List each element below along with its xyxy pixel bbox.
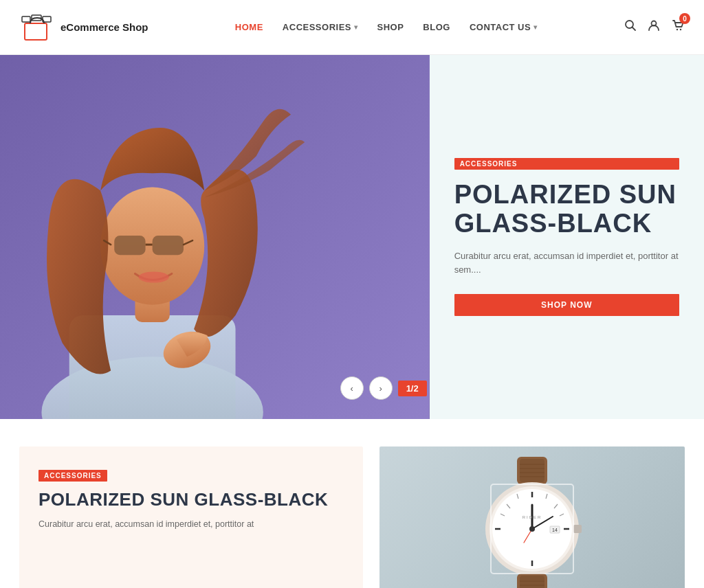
nav-item-shop[interactable]: SHOP [377,22,404,32]
product-card-2: 14 RIDER [380,446,685,588]
product-1-desc: Curabitur arcu erat, accumsan id imperdi… [38,517,344,531]
header-actions: 0 [624,19,685,36]
svg-rect-22 [520,459,544,482]
hero-image [0,55,430,419]
main-nav: HOME ACCESSORIES ▾ SHOP BLOG CONTACT US … [235,22,538,32]
slide-navigation: ‹ › 1/2 [340,376,427,400]
hero-description: Curabitur arcu erat, accumsan id imperdi… [454,249,679,278]
svg-point-7 [676,29,678,30]
slide-prev-button[interactable]: ‹ [340,376,364,400]
svg-point-19 [138,271,168,282]
cart-count-badge: 0 [679,13,690,24]
svg-point-8 [680,29,681,30]
svg-line-5 [632,27,635,31]
watch-image-area: 14 RIDER [380,446,685,588]
chevron-down-icon-2: ▾ [534,23,538,31]
hero-category-badge: ACCESSORIES [454,158,679,170]
hero-section: ACCESSORIES POLARIZED SUN GLASS-BLACK Cu… [0,55,704,419]
cart-icon[interactable]: 0 [671,19,685,36]
svg-point-44 [529,526,535,532]
svg-rect-14 [114,236,145,255]
svg-rect-1 [22,16,30,22]
chevron-down-icon: ▾ [354,23,358,31]
svg-rect-15 [153,236,184,255]
svg-text:RIDER: RIDER [522,515,542,519]
svg-rect-30 [573,525,582,533]
products-section: ACCESSORIES POLARIZED SUN GLASS-BLACK Cu… [0,419,704,588]
nav-item-blog[interactable]: BLOG [423,22,450,32]
site-header: eCommerce Shop HOME ACCESSORIES ▾ SHOP B… [0,0,704,55]
product-card-1: ACCESSORIES POLARIZED SUN GLASS-BLACK Cu… [19,446,363,588]
hero-title: POLARIZED SUN GLASS-BLACK [454,181,679,238]
product-1-category-badge: ACCESSORIES [38,470,107,482]
logo[interactable]: eCommerce Shop [19,12,148,43]
logo-text: eCommerce Shop [60,21,148,34]
slide-next-button[interactable]: › [369,376,393,400]
hero-person-illustration [0,55,430,419]
product-1-title: POLARIZED SUN GLASS-BLACK [38,490,344,510]
logo-icon [19,12,55,43]
nav-item-accessories[interactable]: ACCESSORIES ▾ [283,22,358,32]
nav-item-contact[interactable]: CONTACT US ▾ [470,22,538,32]
nav-item-home[interactable]: HOME [235,22,263,32]
svg-rect-0 [25,23,47,40]
search-icon[interactable] [624,19,637,35]
svg-text:14: 14 [552,528,558,532]
slide-counter: 1/2 [398,381,427,396]
svg-rect-49 [520,576,544,588]
watch-illustration: 14 RIDER [470,453,594,588]
hero-shop-now-button[interactable]: SHOP NOW [454,294,679,316]
user-icon[interactable] [648,19,660,35]
hero-content: ACCESSORIES POLARIZED SUN GLASS-BLACK Cu… [430,55,704,419]
